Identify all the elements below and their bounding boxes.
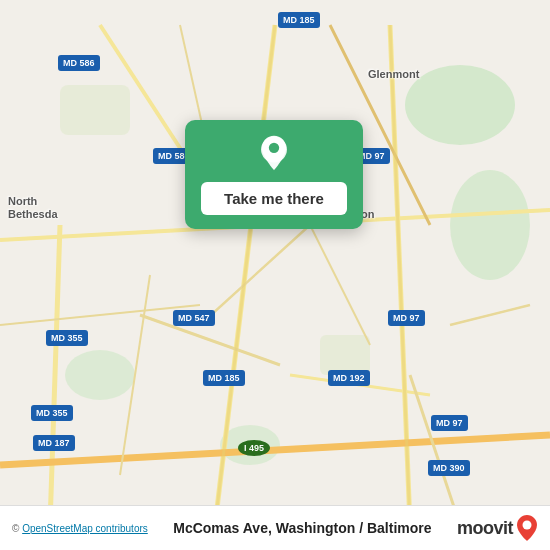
svg-point-26 <box>269 143 279 153</box>
attribution-symbol: © <box>12 523 22 534</box>
road-badge-md185-top: MD 185 <box>278 12 320 28</box>
road-badge-md192: MD 192 <box>328 370 370 386</box>
road-badge-md355-bot2: MD 355 <box>31 405 73 421</box>
road-badge-md187: MD 187 <box>33 435 75 451</box>
road-badge-md547: MD 547 <box>173 310 215 326</box>
osm-link[interactable]: OpenStreetMap contributors <box>22 523 148 534</box>
road-badge-md586-top: MD 586 <box>58 55 100 71</box>
bottom-bar: © OpenStreetMap contributors McComas Ave… <box>0 505 550 550</box>
svg-point-6 <box>65 350 135 400</box>
road-badge-md355-bot1: MD 355 <box>46 330 88 346</box>
svg-point-1 <box>405 65 515 145</box>
attribution: © OpenStreetMap contributors <box>12 523 148 534</box>
svg-point-2 <box>450 170 530 280</box>
svg-rect-5 <box>320 335 370 375</box>
place-label-north-bethesda: NorthBethesda <box>8 195 58 221</box>
road-badge-md97-bot1: MD 97 <box>388 310 425 326</box>
svg-point-27 <box>523 521 532 530</box>
svg-rect-3 <box>60 85 130 135</box>
moovit-logo: moovit <box>457 514 538 542</box>
map-container: MD 185 MD 586 MD 586 MD 97 MD 355 MD 355… <box>0 0 550 550</box>
map-title: McComas Ave, Washington / Baltimore <box>148 520 457 536</box>
place-label-glenmont: Glenmont <box>368 68 419 80</box>
road-badge-md390: MD 390 <box>428 460 470 476</box>
popup-card: Take me there <box>185 120 363 229</box>
location-pin-icon <box>255 134 293 172</box>
take-me-there-button[interactable]: Take me there <box>201 182 347 215</box>
road-badge-md97-bot2: MD 97 <box>431 415 468 431</box>
moovit-text: moovit <box>457 518 513 539</box>
road-badge-md185-bot: MD 185 <box>203 370 245 386</box>
road-badge-i495: I 495 <box>238 440 270 456</box>
moovit-pin-icon <box>516 514 538 542</box>
